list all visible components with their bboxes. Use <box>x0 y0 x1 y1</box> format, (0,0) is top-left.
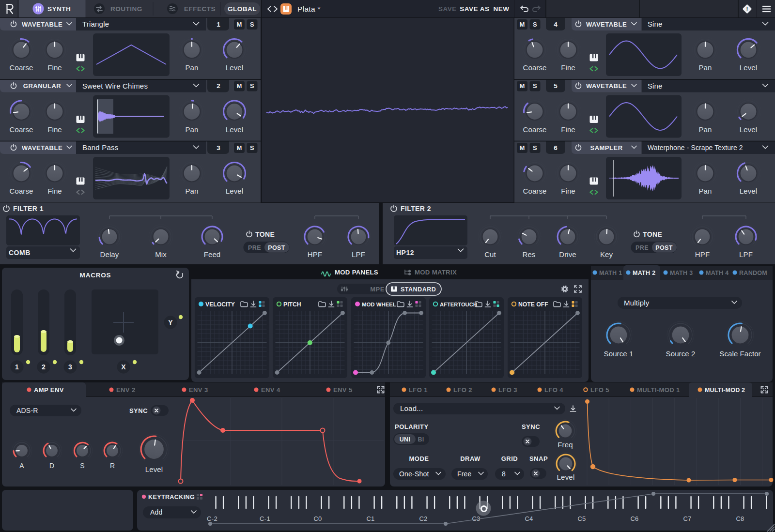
svg-text:S: S <box>250 21 254 28</box>
svg-text:Waterphone - Scrape Texture 2: Waterphone - Scrape Texture 2 <box>648 144 743 152</box>
svg-text:X: X <box>121 363 126 371</box>
svg-text:Sweet Wire Chimes: Sweet Wire Chimes <box>82 82 148 90</box>
svg-text:Coarse: Coarse <box>523 63 547 72</box>
svg-text:MULTI-MOD 2: MULTI-MOD 2 <box>705 387 745 394</box>
svg-text:M: M <box>236 144 242 152</box>
svg-text:Y: Y <box>168 319 173 326</box>
svg-text:MOD WHEEL: MOD WHEEL <box>362 302 396 307</box>
svg-text:SAVE AS: SAVE AS <box>460 5 489 13</box>
svg-text:Load...: Load... <box>400 404 423 412</box>
svg-text:S: S <box>533 144 537 152</box>
svg-text:C6: C6 <box>630 515 638 522</box>
svg-text:C1: C1 <box>366 515 374 522</box>
svg-text:Pan: Pan <box>699 125 712 134</box>
svg-text:ADS-R: ADS-R <box>16 407 38 414</box>
svg-text:POLARITY: POLARITY <box>395 423 429 430</box>
svg-text:HP12: HP12 <box>396 249 414 257</box>
svg-text:POST: POST <box>655 244 673 251</box>
svg-text:C-2: C-2 <box>207 515 217 522</box>
svg-text:HPF: HPF <box>695 250 710 258</box>
svg-text:Level: Level <box>226 187 243 195</box>
svg-text:Sine: Sine <box>648 82 662 90</box>
svg-text:Level: Level <box>557 473 575 481</box>
svg-text:Fine: Fine <box>561 63 575 72</box>
svg-text:Level: Level <box>145 465 163 473</box>
svg-text:LFO 5: LFO 5 <box>590 386 609 394</box>
svg-text:ROUTING: ROUTING <box>110 5 142 13</box>
svg-text:Pan: Pan <box>186 125 199 134</box>
svg-text:PRE: PRE <box>636 244 649 251</box>
svg-text:S: S <box>250 144 254 152</box>
svg-text:SAVE: SAVE <box>438 5 457 13</box>
svg-text:Fine: Fine <box>47 125 62 134</box>
svg-text:COMB: COMB <box>9 249 31 257</box>
svg-text:Coarse: Coarse <box>10 187 33 195</box>
svg-text:Pan: Pan <box>699 187 712 195</box>
svg-text:MACROS: MACROS <box>80 272 111 279</box>
svg-text:C8: C8 <box>736 515 744 522</box>
svg-text:KEYTRACKING: KEYTRACKING <box>148 494 195 501</box>
svg-text:LPF: LPF <box>352 250 365 258</box>
svg-text:LFO 3: LFO 3 <box>498 386 517 394</box>
svg-text:Multiply: Multiply <box>624 299 650 307</box>
svg-text:C7: C7 <box>683 515 691 522</box>
svg-text:PITCH: PITCH <box>283 301 301 308</box>
svg-text:Freq: Freq <box>558 441 573 449</box>
svg-text:D: D <box>49 462 54 470</box>
svg-text:S: S <box>80 462 84 470</box>
svg-text:GRANULAR: GRANULAR <box>23 82 61 90</box>
svg-text:Sine: Sine <box>648 20 662 28</box>
svg-text:EFFECTS: EFFECTS <box>184 5 216 13</box>
svg-text:C5: C5 <box>577 515 586 522</box>
svg-text:LPF: LPF <box>739 250 753 258</box>
svg-text:MATH 4: MATH 4 <box>706 270 728 276</box>
svg-text:Fine: Fine <box>47 187 62 195</box>
svg-text:Level: Level <box>740 63 757 72</box>
svg-text:Plata *: Plata * <box>297 5 321 13</box>
svg-text:One-Shot: One-Shot <box>399 470 429 478</box>
svg-text:ENV 4: ENV 4 <box>261 386 280 394</box>
svg-text:LFO 2: LFO 2 <box>453 386 472 394</box>
svg-text:Mix: Mix <box>155 250 167 258</box>
svg-text:1: 1 <box>15 363 19 371</box>
svg-text:Pan: Pan <box>186 63 199 72</box>
svg-text:GRID: GRID <box>501 455 518 462</box>
svg-text:ENV 2: ENV 2 <box>116 386 136 394</box>
svg-text:POST: POST <box>268 244 285 251</box>
svg-text:AFTERTOUCH: AFTERTOUCH <box>440 302 477 307</box>
svg-text:Source 1: Source 1 <box>604 350 634 358</box>
svg-text:Pan: Pan <box>186 187 199 195</box>
svg-text:DRAW: DRAW <box>460 455 480 462</box>
svg-text:C0: C0 <box>313 515 322 522</box>
svg-text:C-1: C-1 <box>260 515 270 522</box>
svg-text:Fine: Fine <box>561 187 575 195</box>
svg-text:LFO 4: LFO 4 <box>544 386 563 394</box>
svg-text:BI: BI <box>418 436 424 443</box>
svg-text:MATH 3: MATH 3 <box>670 270 693 276</box>
svg-text:MOD MATRIX: MOD MATRIX <box>415 269 457 276</box>
svg-text:WAVETABLE: WAVETABLE <box>586 82 627 90</box>
svg-text:Add: Add <box>150 508 163 516</box>
svg-text:AMP ENV: AMP ENV <box>34 386 64 394</box>
svg-text:Level: Level <box>226 125 243 134</box>
svg-text:FILTER 1: FILTER 1 <box>13 205 44 213</box>
svg-text:Drive: Drive <box>559 250 576 258</box>
svg-text:S: S <box>250 82 254 90</box>
svg-text:RANDOM: RANDOM <box>739 270 767 276</box>
svg-text:Coarse: Coarse <box>523 125 547 134</box>
svg-text:TONE: TONE <box>255 230 275 238</box>
svg-text:Free: Free <box>457 470 472 478</box>
svg-text:2: 2 <box>42 363 46 371</box>
svg-text:C4: C4 <box>525 515 533 522</box>
svg-text:Band Pass: Band Pass <box>82 143 118 152</box>
svg-text:M: M <box>236 21 242 28</box>
svg-text:PRE: PRE <box>248 244 261 251</box>
svg-text:Cut: Cut <box>484 250 496 258</box>
svg-text:MOD PANELS: MOD PANELS <box>335 269 378 276</box>
svg-text:LFO 1: LFO 1 <box>409 386 428 394</box>
svg-text:MULTI-MOD 1: MULTI-MOD 1 <box>637 386 680 394</box>
svg-text:UNI: UNI <box>400 436 410 443</box>
svg-text:Delay: Delay <box>100 250 119 258</box>
svg-text:WAVETABLE: WAVETABLE <box>586 21 627 28</box>
svg-text:ENV 3: ENV 3 <box>189 386 208 394</box>
